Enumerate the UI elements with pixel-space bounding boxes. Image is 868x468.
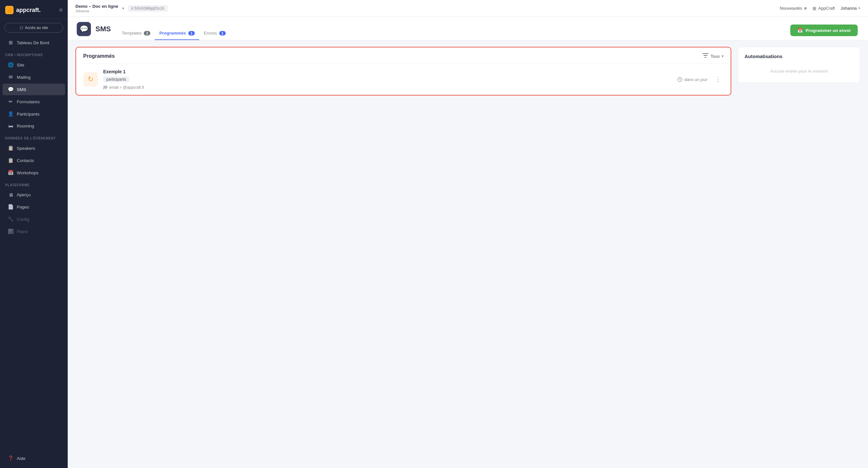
sidebar-item-label: Aperçu <box>17 193 31 197</box>
sidebar-item-label: Plans <box>17 229 28 234</box>
sidebar-item-rooming[interactable]: 🛏 Rooming <box>3 120 65 132</box>
sidebar-item-workshops[interactable]: 📅 Workshops <box>3 167 65 178</box>
calendar-icon: 📋 <box>8 145 13 151</box>
plans-icon: 📊 <box>8 229 13 234</box>
sidebar-section-platform: PLATEFORME <box>0 179 68 189</box>
filter-icon <box>703 53 708 59</box>
sidebar-item-label: Mailing <box>17 75 31 80</box>
sidebar-item-label: Workshops <box>17 170 38 175</box>
sidebar-item-label: Rooming <box>17 124 34 128</box>
user-chevron-icon: ▾ <box>858 6 860 10</box>
appcraft-label: AppCraft <box>818 6 835 11</box>
user-menu[interactable]: Johanna ▾ <box>841 6 860 11</box>
sms-bubble-icon: 💬 <box>80 25 88 33</box>
sms-item-content: Exemple 1 participants <box>103 69 672 90</box>
automatisations-card: Automatisations Aucune entrée pour le mo… <box>738 47 860 83</box>
hamburger-icon[interactable]: ≡ <box>59 7 63 13</box>
sidebar-item-tableau[interactable]: ⊞ Tableau De Bord <box>3 37 65 49</box>
sidebar-item-participants[interactable]: 👤 Participants <box>3 108 65 120</box>
logo-label: appcraft. <box>16 7 41 13</box>
pages-icon: 📄 <box>8 204 13 210</box>
content-area: Programmés Tous ▾ <box>68 40 868 468</box>
tab-templates-label: Templates <box>122 31 142 35</box>
main-wrapper: Demo – Doc en ligne Johanna ▾ # 53nX0Mbj… <box>68 0 868 468</box>
help-icon: ❓ <box>8 456 13 461</box>
sms-item-time-text: dans un jour <box>684 77 707 82</box>
tous-chevron-icon: ▾ <box>722 54 723 58</box>
sms-page-title: SMS <box>95 25 111 33</box>
clock-icon <box>677 77 682 82</box>
sidebar-item-label: Tableau De Bord <box>17 40 49 45</box>
project-chevron-icon[interactable]: ▾ <box>122 6 124 11</box>
program-send-label: Programmer un envoi <box>805 28 850 33</box>
workshop-icon: 📅 <box>8 170 13 176</box>
sidebar-item-apercu[interactable]: 🖥 Aperçu <box>3 189 65 200</box>
sms-icon: 💬 <box>8 87 13 92</box>
mail-icon: ✉ <box>8 74 13 80</box>
sidebar-item-label: Site <box>17 63 24 67</box>
page-content: 💬 SMS Templates 2 Programmés 1 Envois 1 <box>68 17 868 468</box>
tab-envois-label: Envois <box>204 31 217 35</box>
sidebar-item-mailing[interactable]: ✉ Mailing <box>3 71 65 83</box>
edit-icon: ✏ <box>8 99 13 105</box>
access-icon: ⬡ <box>20 26 23 30</box>
svg-point-1 <box>106 86 107 88</box>
topbar: Demo – Doc en ligne Johanna ▾ # 53nX0Mbj… <box>68 0 868 17</box>
programmed-title: Programmés <box>83 53 115 59</box>
config-icon: 🔧 <box>8 216 13 222</box>
sidebar-item-label: SMS <box>17 87 26 92</box>
sidebar-item-sms[interactable]: 💬 SMS <box>3 84 65 95</box>
panel-left: Programmés Tous ▾ <box>75 47 731 462</box>
sidebar-item-config: 🔧 Config <box>3 213 65 225</box>
person-icon: 👤 <box>8 111 13 117</box>
sidebar-item-plans: 📊 Plans <box>3 226 65 237</box>
project-subtitle: Johanna <box>75 9 118 13</box>
topbar-right: Nouveautés ⊞ AppCraft Johanna ▾ <box>780 6 860 11</box>
nouveautes-label: Nouveautés <box>780 6 802 11</box>
tab-programmes-badge: 1 <box>188 31 195 35</box>
panel-right: Automatisations Aucune entrée pour le mo… <box>738 47 860 462</box>
programmed-card: Programmés Tous ▾ <box>75 47 731 95</box>
tab-programmes[interactable]: Programmés 1 <box>155 27 199 40</box>
sidebar-item-label: Formulaires <box>17 99 40 104</box>
sidebar-item-label: Aide <box>17 456 26 461</box>
monitor-icon: 🖥 <box>8 192 13 198</box>
sidebar-item-label: Config <box>17 217 29 222</box>
svg-point-0 <box>104 86 105 88</box>
sidebar-section-crm: CRM / INSCRIPTIONS <box>0 49 68 59</box>
appcraft-grid-icon: ⊞ <box>812 6 816 11</box>
sidebar-item-formulaires[interactable]: ✏ Formulaires <box>3 96 65 108</box>
sms-item-more-button[interactable]: ⋮ <box>713 75 723 84</box>
sms-tabs: Templates 2 Programmés 1 Envois 1 <box>117 27 230 40</box>
grid-icon: ⊞ <box>8 40 13 46</box>
sms-item-filter-text: email = @appcraft.fr <box>109 85 145 90</box>
sidebar-item-aide[interactable]: ❓ Aide <box>3 452 65 464</box>
sidebar-logo-area: 🔶 appcraft. ≡ <box>0 0 68 19</box>
nouveautes-dot <box>804 7 807 10</box>
contacts-icon: 📋 <box>8 157 13 163</box>
sms-title-area: 💬 SMS <box>77 22 111 40</box>
tab-templates-badge: 2 <box>144 31 150 35</box>
appcraft-link[interactable]: ⊞ AppCraft <box>812 6 835 11</box>
program-send-button[interactable]: 📅 Programmer un envoi <box>790 25 858 36</box>
sidebar-item-pages[interactable]: 📄 Pages <box>3 201 65 213</box>
tab-envois-badge: 1 <box>219 31 226 35</box>
project-name: Demo – Doc en ligne <box>75 4 118 9</box>
tab-programmes-label: Programmés <box>159 31 186 35</box>
refresh-circle-icon: ↻ <box>88 75 94 84</box>
sms-item-tag: participants <box>103 77 129 82</box>
sidebar-item-contacts[interactable]: 📋 Contacts <box>3 155 65 166</box>
access-site-button[interactable]: ⬡ Accès au site <box>4 23 63 33</box>
topbar-project-info: Demo – Doc en ligne Johanna <box>75 4 118 13</box>
nouveautes-button[interactable]: Nouveautés <box>780 6 806 11</box>
sidebar-item-site[interactable]: 🌐 Site <box>3 59 65 71</box>
sidebar-item-speakers[interactable]: 📋 Speakers <box>3 142 65 154</box>
tab-envois[interactable]: Envois 1 <box>199 27 230 40</box>
sms-item-filter: email = @appcraft.fr <box>103 85 672 90</box>
project-hash: # 53nX0MbjqlOo1h <box>128 5 168 11</box>
sms-item-name: Exemple 1 <box>103 69 672 74</box>
tab-templates[interactable]: Templates 2 <box>117 27 155 40</box>
globe-icon: 🌐 <box>8 62 13 68</box>
tous-filter-button[interactable]: Tous ▾ <box>703 53 723 59</box>
calendar-plus-icon: 📅 <box>797 28 803 33</box>
